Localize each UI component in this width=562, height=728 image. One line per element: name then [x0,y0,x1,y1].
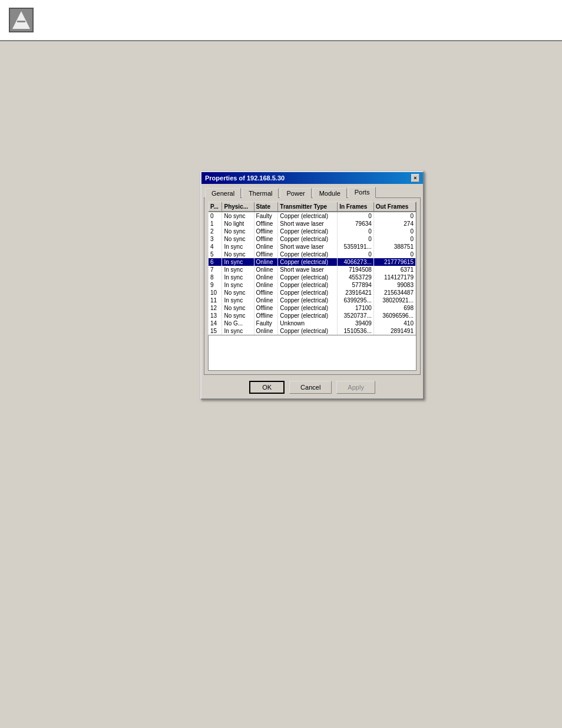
dialog-buttons: OK Cancel Apply [201,377,423,398]
cell-type: Copper (electrical) [278,212,338,220]
cell-state: Online [254,258,278,266]
ok-button[interactable]: OK [249,381,285,394]
cell-out-frames: 0 [373,251,415,258]
cell-physical: In sync [222,274,254,281]
tab-ports[interactable]: Ports [348,187,376,198]
cell-type: Copper (electrical) [278,297,338,304]
cell-state: Offline [254,220,278,228]
cell-physical: In sync [222,297,254,304]
cell-type: Copper (electrical) [278,304,338,312]
cell-out-frames: 99083 [373,281,415,289]
cell-in-frames: 0 [338,235,374,243]
cell-in-frames: 5359191... [338,243,374,251]
cell-type: Copper (electrical) [278,289,338,297]
tab-power[interactable]: Power [280,188,311,198]
cell-type: Copper (electrical) [278,251,338,258]
table-row[interactable]: 4 In sync Online Short wave laser 535919… [209,243,416,251]
cell-physical: No G... [222,319,254,327]
ports-table-container: P... Physic... State Transmitter Type In… [208,202,416,335]
cell-state: Online [254,274,278,281]
cell-physical: No sync [222,289,254,297]
cell-in-frames: 1510536... [338,327,374,335]
cell-port: 7 [209,266,222,274]
table-row[interactable]: 1 No light Offline Short wave laser 7963… [209,220,416,228]
tab-module[interactable]: Module [313,188,347,198]
cell-out-frames: 38020921... [373,297,415,304]
cell-physical: No sync [222,312,254,319]
cell-state: Offline [254,251,278,258]
tab-thermal[interactable]: Thermal [242,188,279,198]
cell-physical: No sync [222,228,254,235]
cell-type: Copper (electrical) [278,235,338,243]
cell-type: Short wave laser [278,266,338,274]
cell-out-frames: 6371 [373,266,415,274]
cell-port: 15 [209,327,222,335]
table-row[interactable]: 14 No G... Faulty Unknown 39409 410 [209,319,416,327]
cell-port: 4 [209,243,222,251]
cell-state: Faulty [254,319,278,327]
cell-port: 6 [209,258,222,266]
table-row[interactable]: 13 No sync Offline Copper (electrical) 3… [209,312,416,319]
cell-in-frames: 0 [338,251,374,258]
cell-port: 3 [209,235,222,243]
cell-in-frames: 4066273... [338,258,374,266]
dialog-title: Properties of 192.168.5.30 [205,174,285,182]
table-row[interactable]: 0 No sync Faulty Copper (electrical) 0 0 [209,212,416,220]
cell-physical: In sync [222,281,254,289]
cancel-button[interactable]: Cancel [289,381,332,394]
close-button[interactable]: × [411,174,419,182]
cell-type: Copper (electrical) [278,327,338,335]
cell-state: Offline [254,235,278,243]
cell-port: 8 [209,274,222,281]
cell-in-frames: 79634 [338,220,374,228]
table-row[interactable]: 3 No sync Offline Copper (electrical) 0 … [209,235,416,243]
cell-out-frames: 0 [373,235,415,243]
table-row[interactable]: 10 No sync Offline Copper (electrical) 2… [209,289,416,297]
table-header: P... Physic... State Transmitter Type In… [209,202,416,212]
cell-in-frames: 39409 [338,319,374,327]
table-row[interactable]: 2 No sync Offline Copper (electrical) 0 … [209,228,416,235]
cell-state: Offline [254,228,278,235]
col-in-frames: In Frames [338,202,374,212]
cell-out-frames: 388751 [373,243,415,251]
cell-state: Faulty [254,212,278,220]
cell-physical: No sync [222,235,254,243]
col-physical: Physic... [222,202,254,212]
properties-dialog: Properties of 192.168.5.30 × General The… [200,171,424,400]
cell-state: Offline [254,304,278,312]
table-row[interactable]: 5 No sync Offline Copper (electrical) 0 … [209,251,416,258]
table-row[interactable]: 15 In sync Online Copper (electrical) 15… [209,327,416,335]
cell-port: 14 [209,319,222,327]
cell-type: Short wave laser [278,243,338,251]
table-row[interactable]: 6 In sync Online Copper (electrical) 406… [209,258,416,266]
cell-physical: No sync [222,212,254,220]
table-row[interactable]: 12 No sync Offline Copper (electrical) 1… [209,304,416,312]
tab-general[interactable]: General [205,188,241,198]
cell-physical: In sync [222,258,254,266]
table-row[interactable]: 11 In sync Online Copper (electrical) 63… [209,297,416,304]
cell-out-frames: 217779615 [373,258,415,266]
app-logo [9,8,34,32]
cell-physical: In sync [222,327,254,335]
table-row[interactable]: 7 In sync Online Short wave laser 719450… [209,266,416,274]
cell-port: 12 [209,304,222,312]
cell-port: 9 [209,281,222,289]
cell-out-frames: 36096596... [373,312,415,319]
apply-button[interactable]: Apply [336,381,375,394]
table-row[interactable]: 8 In sync Online Copper (electrical) 455… [209,274,416,281]
tabs-row: General Thermal Power Module Ports [201,184,423,197]
top-bar [0,0,562,41]
col-type: Transmitter Type [278,202,338,212]
tab-content-ports: P... Physic... State Transmitter Type In… [204,197,421,375]
ports-table: P... Physic... State Transmitter Type In… [209,202,416,335]
col-out-frames: Out Frames [373,202,415,212]
cell-port: 2 [209,228,222,235]
cell-physical: In sync [222,243,254,251]
cell-type: Unknown [278,319,338,327]
cell-out-frames: 2891491 [373,327,415,335]
col-port: P... [209,202,222,212]
table-row[interactable]: 9 In sync Online Copper (electrical) 577… [209,281,416,289]
cell-out-frames: 114127179 [373,274,415,281]
cell-out-frames: 698 [373,304,415,312]
cell-state: Online [254,297,278,304]
